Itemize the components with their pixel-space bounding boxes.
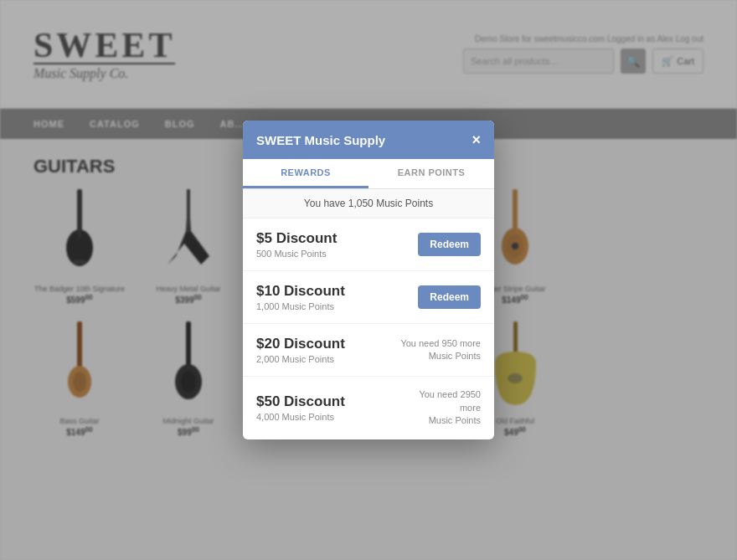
reward-info-3: $20 Discount 2,000 Music Points xyxy=(256,336,345,364)
reward-points-3: 2,000 Music Points xyxy=(256,354,345,364)
reward-title-4: $50 Discount xyxy=(256,393,345,410)
reward-info-2: $10 Discount 1,000 Music Points xyxy=(256,283,345,311)
reward-title-1: $5 Discount xyxy=(256,230,337,247)
modal-header: SWEET Music Supply × xyxy=(243,121,494,159)
reward-info-1: $5 Discount 500 Music Points xyxy=(256,230,337,259)
redeem-button-1[interactable]: Redeem xyxy=(418,233,481,256)
reward-row-2: $10 Discount 1,000 Music Points Redeem xyxy=(243,271,494,324)
close-button[interactable]: × xyxy=(472,132,481,147)
reward-title-3: $20 Discount xyxy=(256,336,345,352)
tab-earn-points[interactable]: EARN POINTS xyxy=(368,159,494,188)
modal-overlay: SWEET Music Supply × REWARDS EARN POINTS… xyxy=(0,0,737,560)
reward-points-2: 1,000 Music Points xyxy=(256,301,345,311)
points-banner: You have 1,050 Music Points xyxy=(243,189,494,218)
reward-row-4: $50 Discount 4,000 Music Points You need… xyxy=(243,377,494,439)
reward-row-3: $20 Discount 2,000 Music Points You need… xyxy=(243,324,494,377)
modal-title: SWEET Music Supply xyxy=(256,133,385,147)
rewards-modal: SWEET Music Supply × REWARDS EARN POINTS… xyxy=(243,121,494,439)
need-more-4: You need 2950 moreMusic Points xyxy=(397,388,481,427)
reward-info-4: $50 Discount 4,000 Music Points xyxy=(256,393,345,422)
reward-points-4: 4,000 Music Points xyxy=(256,412,345,422)
modal-tabs: REWARDS EARN POINTS xyxy=(243,159,494,189)
reward-points-1: 500 Music Points xyxy=(256,249,337,259)
tab-rewards[interactable]: REWARDS xyxy=(243,159,368,188)
reward-title-2: $10 Discount xyxy=(256,283,345,300)
redeem-button-2[interactable]: Redeem xyxy=(418,285,481,309)
reward-row-1: $5 Discount 500 Music Points Redeem xyxy=(243,218,494,271)
need-more-3: You need 950 moreMusic Points xyxy=(400,337,481,363)
modal-body: $5 Discount 500 Music Points Redeem $10 … xyxy=(243,218,494,439)
